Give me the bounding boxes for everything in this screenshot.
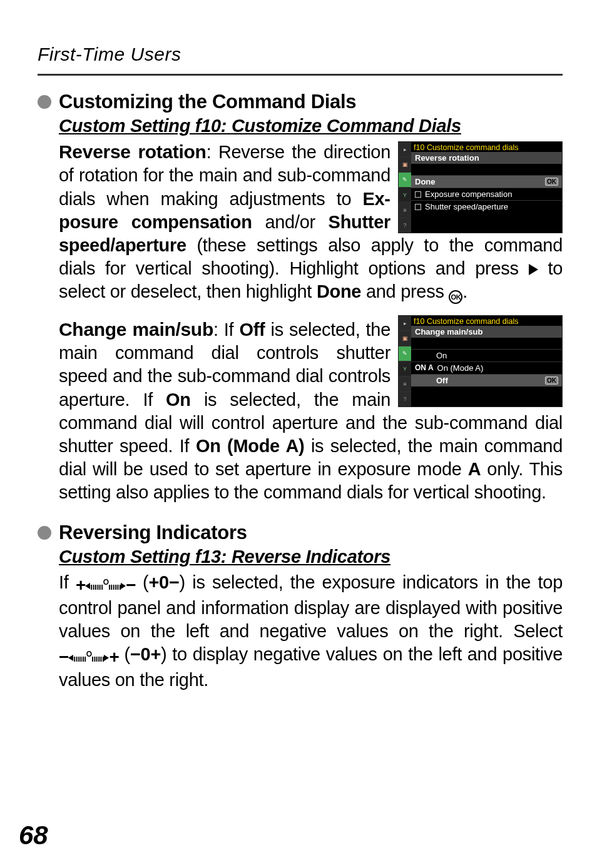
ok-badge-icon: OK [545, 178, 558, 186]
screen2-row-on: On [411, 349, 562, 361]
s2-sym2: −0+ [130, 644, 161, 664]
screen1-title-prefix: f10 [414, 143, 424, 152]
menu-icon-setup: Y [399, 188, 411, 203]
header-rule [38, 74, 563, 76]
screen2-row-on-label: On [436, 351, 447, 360]
para2-label: Change main/sub [59, 319, 213, 340]
menu-icon-camera: ▣ [399, 157, 411, 172]
para1-t2: and/or [252, 212, 329, 232]
menu-icon-retouch: ≡ [399, 203, 411, 218]
screen2-row-on-a-prefix: ON A [415, 363, 434, 372]
section-1-title: Customizing the Command Dials [59, 91, 356, 113]
section-1-subtitle: Custom Setting f10: Customize Command Di… [59, 116, 563, 136]
screen1-row-exposure: Exposure compensation [411, 188, 562, 200]
bullet-icon [38, 95, 51, 109]
menu-icon-retouch: ≡ [399, 376, 411, 391]
para1-sep: : [207, 142, 218, 162]
screen1-row-shutter: Shutter speed/aperture [411, 200, 562, 213]
screen1-row-done-label: Done [415, 177, 436, 186]
para2-b1: Off [239, 320, 265, 340]
checkbox-icon [415, 204, 421, 210]
menu-icon-mymenu: ? [399, 392, 411, 406]
para1-t6: . [462, 281, 467, 301]
para2-t1: If [224, 320, 240, 340]
screen2-title-prefix: f10 [414, 317, 424, 326]
section-2-subtitle: Custom Setting f13: Reverse Indicators [59, 547, 563, 567]
s2-paren2a: ( [119, 644, 130, 664]
screen2-title: f10 Customize command dials [411, 316, 562, 326]
menu-icon-pencil: ✎ [399, 173, 411, 188]
menu-icon-camera: ▣ [399, 331, 411, 346]
para2-sep: : [213, 320, 224, 340]
section-1-body: ▸ ▣ ✎ Y ≡ ? f10 Customize command dials … [59, 140, 563, 504]
page-number: 68 [19, 820, 48, 850]
screen1-subtitle: Reverse rotation [411, 152, 562, 164]
screenshot-change-main-sub: ▸ ▣ ✎ Y ≡ ? f10 Customize command dials … [398, 315, 563, 407]
menu-icon-setup: Y [399, 361, 411, 376]
para2-b2: On [166, 390, 191, 410]
s2-sym1: +0− [148, 572, 179, 592]
section-2-body: If +ııııııOıııııı− (+0−) is selected, th… [59, 571, 563, 692]
menu-icon-play: ▸ [399, 142, 411, 157]
ok-badge-icon: OK [545, 376, 558, 385]
bullet-icon [38, 526, 51, 540]
mode-a-icon: A [468, 459, 481, 479]
para2-b3: On (Mode A) [196, 436, 305, 456]
section-2-heading-row: Reversing Indicators [38, 522, 563, 544]
screenshot-reverse-rotation: ▸ ▣ ✎ Y ≡ ? f10 Customize command dials … [398, 141, 563, 233]
screen2-row-off-label: Off [436, 376, 448, 385]
s2-paren1a: ( [136, 572, 149, 592]
screen1-row-shutter-label: Shutter speed/aperture [425, 202, 508, 211]
menu-icon-pencil: ✎ [399, 346, 411, 361]
checkbox-icon [415, 191, 421, 198]
screen1-row-exposure-label: Exposure compensation [425, 189, 512, 199]
menu-icon-mymenu: ? [399, 218, 411, 233]
indicator-minus-to-plus-icon: −ııııııOıııııı+ [59, 646, 119, 669]
screen1-title-text: Customize command dials [427, 143, 519, 152]
section-2-para: If +ııııııOıııııı− (+0−) is selected, th… [59, 571, 563, 692]
ok-button-icon: OK [449, 290, 462, 304]
screen1-title: f10 Customize command dials [411, 142, 562, 152]
screen2-row-on-mode-a: ON A On (Mode A) [411, 361, 562, 374]
section-1-heading-row: Customizing the Command Dials [38, 91, 563, 113]
screen2-row-on-a-label: On (Mode A) [437, 363, 484, 373]
section-2-title: Reversing Indicators [59, 522, 247, 544]
s2-t1: If [59, 572, 76, 592]
para1-b3: Done [317, 281, 361, 301]
page-header: First-Time Users [38, 44, 563, 65]
s2-paren1b: ) [180, 572, 185, 592]
screen2-subtitle: Change main/sub [411, 326, 562, 338]
para1-label: Reverse rotation [59, 141, 207, 162]
screen2-title-text: Customize command dials [427, 317, 519, 326]
screen1-row-done: Done OK [411, 175, 562, 188]
para1-t5: and press [361, 281, 449, 301]
indicator-plus-to-minus-icon: +ııııııOıııııı− [76, 574, 136, 597]
screen2-row-off: Off OK [411, 374, 562, 386]
menu-icon-play: ▸ [399, 316, 411, 331]
right-arrow-icon [529, 264, 538, 275]
